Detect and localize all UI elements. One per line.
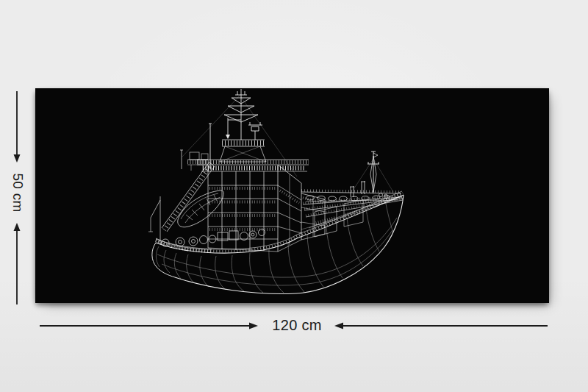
width-label-text: 120 cm [272,317,321,333]
canvas-print [35,88,549,303]
ship-deck-winches [162,229,265,247]
height-arrow-down-head [14,154,21,163]
height-label-text: 50 cm [10,173,26,212]
ship-foremast [350,152,393,197]
width-dimension-label: 120 cm [259,317,335,334]
ship-compass-platform [220,140,266,162]
width-arrow-left-head [334,323,343,329]
ship-main-mast [182,89,297,177]
ship-wireframe-drawing [35,88,549,303]
width-arrow-right-head [249,323,258,329]
height-arrow-up-head [14,223,21,231]
product-photo: 50 cm 120 cm [0,0,588,392]
ship-lifeboat-and-stern-gear [148,162,223,252]
ship-hull-mesh [156,200,397,293]
height-dimension-label: 50 cm [0,163,35,222]
